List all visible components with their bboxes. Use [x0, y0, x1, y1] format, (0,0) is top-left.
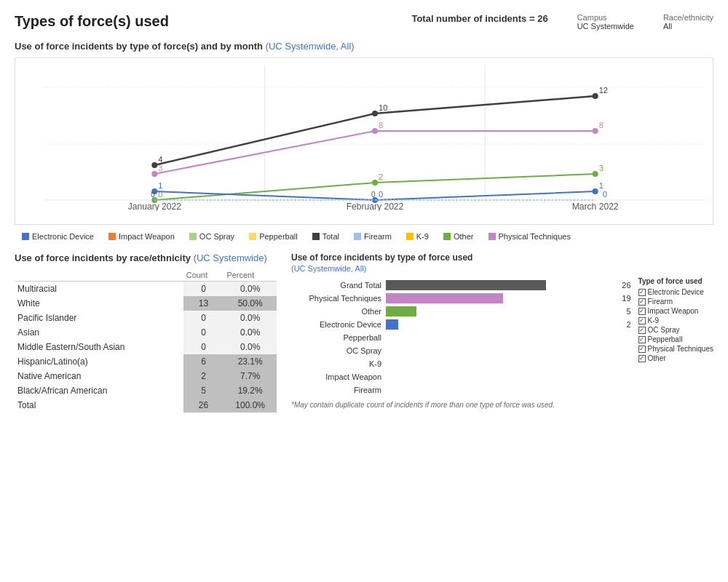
- bar-chart-area: Grand Total 26 Physical Techniques 19 Ot…: [291, 280, 631, 395]
- force-legend-label: K-9: [648, 316, 660, 324]
- race-label: Native American: [15, 369, 183, 383]
- total-icon: [312, 233, 320, 240]
- race-label: Middle Eastern/South Asian: [15, 340, 183, 354]
- count-cell: 13: [183, 296, 224, 311]
- pct-cell: 0.0%: [223, 311, 277, 325]
- force-legend-label: Other: [648, 354, 666, 362]
- bar-row: Firearm: [291, 385, 631, 395]
- bar-track: [386, 372, 628, 382]
- col-header-count: Count: [183, 269, 224, 282]
- table-row: Asian 0 0.0%: [15, 325, 277, 340]
- svg-point-31: [593, 188, 598, 194]
- impact-weapon-icon: [108, 233, 116, 240]
- bar-track: [386, 293, 619, 303]
- bar-row: Pepperball: [291, 332, 631, 343]
- checkbox-icon[interactable]: ✓: [638, 289, 646, 296]
- electronic-device-icon: [22, 233, 29, 240]
- svg-text:0: 0: [151, 191, 155, 199]
- count-cell: 2: [183, 369, 224, 383]
- pct-cell: 7.7%: [223, 369, 277, 383]
- force-legend-item[interactable]: ✓ Pepperball: [638, 335, 713, 343]
- pct-cell: 50.0%: [223, 296, 277, 311]
- line-chart-svg: 0 5 10 January 2022 February 2022 March …: [44, 65, 705, 211]
- bar-label: Grand Total: [291, 281, 386, 290]
- force-legend-item[interactable]: ✓ OC Spray: [638, 326, 713, 334]
- svg-text:1: 1: [158, 181, 162, 190]
- bar-fill: [386, 293, 503, 303]
- bar-row: Impact Weapon: [291, 372, 631, 382]
- svg-text:12: 12: [599, 86, 608, 95]
- pct-cell: 23.1%: [223, 354, 277, 369]
- count-cell: 5: [183, 383, 224, 398]
- table-row: Multiracial 0 0.0%: [15, 282, 277, 297]
- svg-point-25: [593, 171, 598, 177]
- svg-text:0: 0: [379, 190, 383, 199]
- page-title: Types of force(s) used: [15, 13, 397, 30]
- legend-item-oc: OC Spray: [189, 232, 234, 241]
- race-section-title: Use of force incidents by race/ethnicity…: [15, 252, 277, 263]
- pct-cell: 0.0%: [223, 282, 277, 297]
- checkbox-icon[interactable]: ✓: [638, 346, 646, 353]
- checkbox-icon[interactable]: ✓: [638, 336, 646, 343]
- legend-item-firearm: Firearm: [354, 232, 392, 241]
- other-icon: [443, 233, 451, 240]
- svg-text:3: 3: [599, 164, 604, 172]
- bottom-section: Use of force incidents by race/ethnicity…: [15, 252, 713, 412]
- force-legend-items: ✓ Electronic Device ✓ Firearm ✓ Impact W…: [638, 288, 713, 362]
- bar-chart-wrapper: Grand Total 26 Physical Techniques 19 Ot…: [291, 277, 713, 409]
- force-legend-item[interactable]: ✓ Impact Weapon: [638, 307, 713, 315]
- pepperball-icon: [249, 233, 256, 240]
- chart-legend: Electronic Device Impact Weapon OC Spray…: [15, 232, 713, 241]
- race-label: Asian: [15, 325, 183, 340]
- svg-text:8: 8: [599, 121, 604, 129]
- svg-text:3: 3: [158, 164, 162, 172]
- race-label: Multiracial: [15, 282, 183, 297]
- bar-value: 2: [626, 320, 630, 329]
- pct-cell: 100.0%: [223, 398, 277, 412]
- legend-item-physical: Physical Techniques: [488, 232, 571, 241]
- svg-point-17: [151, 171, 157, 177]
- bar-chart-main: Grand Total 26 Physical Techniques 19 Ot…: [291, 277, 631, 409]
- force-legend-item[interactable]: ✓ Other: [638, 354, 713, 362]
- race-label: White: [15, 296, 183, 311]
- table-row: Native American 2 7.7%: [15, 369, 277, 383]
- bar-label: K-9: [291, 359, 386, 368]
- bar-label: Other: [291, 307, 386, 316]
- force-legend-item[interactable]: ✓ K-9: [638, 316, 713, 324]
- checkbox-icon[interactable]: ✓: [638, 355, 646, 362]
- svg-text:10: 10: [379, 103, 387, 112]
- legend-item-electronic: Electronic Device: [22, 232, 94, 241]
- count-cell: 0: [183, 340, 224, 354]
- svg-point-18: [372, 128, 378, 134]
- bar-chart-section: Use of force incidents by type of force …: [291, 252, 713, 412]
- force-legend-item[interactable]: ✓ Electronic Device: [638, 288, 713, 296]
- checkbox-icon[interactable]: ✓: [638, 327, 646, 334]
- bar-row: K-9: [291, 359, 631, 369]
- table-row: Total 26 100.0%: [15, 398, 277, 412]
- svg-text:8: 8: [379, 121, 383, 129]
- svg-text:1: 1: [599, 181, 604, 190]
- force-legend-item[interactable]: ✓ Physical Techniques: [638, 345, 713, 353]
- svg-text:4: 4: [158, 155, 162, 164]
- bar-value: 26: [622, 281, 630, 290]
- line-chart-container: 0 5 10 January 2022 February 2022 March …: [15, 57, 713, 225]
- force-legend-item[interactable]: ✓ Firearm: [638, 298, 713, 306]
- table-row: Middle Eastern/South Asian 0 0.0%: [15, 340, 277, 354]
- checkbox-icon[interactable]: ✓: [638, 317, 646, 324]
- bar-label: Impact Weapon: [291, 372, 386, 381]
- race-label: Black/African American: [15, 383, 183, 398]
- race-ethnicity-section: Use of force incidents by race/ethnicity…: [15, 252, 277, 412]
- bar-label: Pepperball: [291, 333, 386, 342]
- physical-techniques-icon: [488, 233, 496, 240]
- bar-track: [386, 319, 623, 330]
- bar-row: Grand Total 26: [291, 280, 631, 290]
- table-row: Pacific Islander 0 0.0%: [15, 311, 277, 325]
- checkbox-icon[interactable]: ✓: [638, 308, 646, 315]
- bar-track: [386, 385, 628, 395]
- count-cell: 0: [183, 282, 224, 297]
- force-legend-label: Electronic Device: [648, 288, 704, 296]
- count-cell: 0: [183, 325, 224, 340]
- race-label: Total: [15, 398, 183, 412]
- checkbox-icon[interactable]: ✓: [638, 298, 646, 306]
- svg-point-13: [593, 93, 598, 99]
